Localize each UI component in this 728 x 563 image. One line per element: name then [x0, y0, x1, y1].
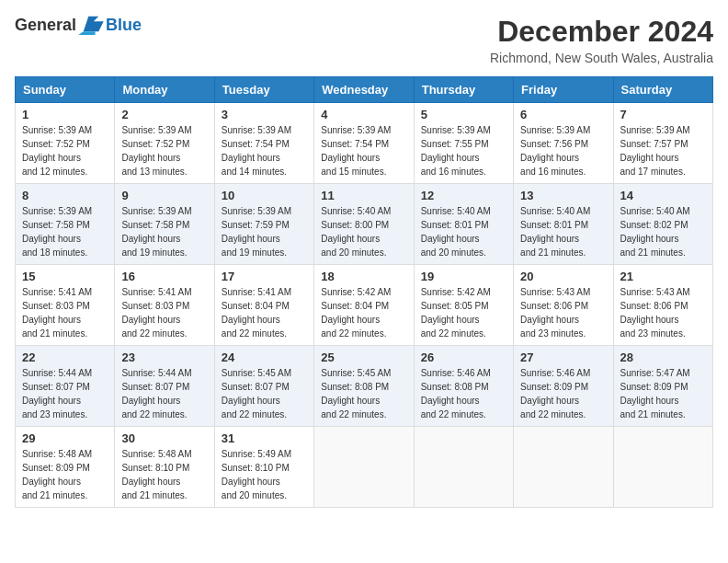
calendar-day-cell: 5 Sunrise: 5:39 AM Sunset: 7:55 PM Dayli… [414, 103, 513, 184]
calendar-day-cell: 28 Sunrise: 5:47 AM Sunset: 8:09 PM Dayl… [613, 346, 712, 427]
calendar-day-cell: 3 Sunrise: 5:39 AM Sunset: 7:54 PM Dayli… [214, 103, 313, 184]
calendar-day-cell [613, 427, 712, 508]
calendar-week-row: 1 Sunrise: 5:39 AM Sunset: 7:52 PM Dayli… [16, 103, 713, 184]
day-info: Sunrise: 5:49 AM Sunset: 8:10 PM Dayligh… [222, 447, 307, 502]
day-info: Sunrise: 5:41 AM Sunset: 8:04 PM Dayligh… [222, 285, 307, 340]
day-info: Sunrise: 5:44 AM Sunset: 8:07 PM Dayligh… [121, 366, 207, 421]
calendar-day-header: Friday [514, 77, 613, 103]
calendar-day-cell: 9 Sunrise: 5:39 AM Sunset: 7:58 PM Dayli… [115, 184, 214, 265]
calendar-day-header: Sunday [16, 77, 115, 103]
calendar-day-header: Saturday [613, 77, 712, 103]
calendar-day-cell: 30 Sunrise: 5:48 AM Sunset: 8:10 PM Dayl… [115, 427, 214, 508]
calendar-day-cell: 6 Sunrise: 5:39 AM Sunset: 7:56 PM Dayli… [514, 103, 613, 184]
day-number: 20 [520, 270, 606, 283]
day-number: 5 [421, 108, 506, 121]
day-info: Sunrise: 5:39 AM Sunset: 7:57 PM Dayligh… [620, 123, 706, 178]
day-info: Sunrise: 5:46 AM Sunset: 8:09 PM Dayligh… [520, 366, 606, 421]
logo: General Blue [15, 15, 142, 35]
day-info: Sunrise: 5:48 AM Sunset: 8:10 PM Dayligh… [121, 447, 207, 502]
calendar-day-cell: 7 Sunrise: 5:39 AM Sunset: 7:57 PM Dayli… [613, 103, 712, 184]
calendar-day-cell: 24 Sunrise: 5:45 AM Sunset: 8:07 PM Dayl… [214, 346, 313, 427]
calendar-day-cell: 23 Sunrise: 5:44 AM Sunset: 8:07 PM Dayl… [115, 346, 214, 427]
calendar-day-header: Thursday [414, 77, 513, 103]
day-number: 27 [520, 350, 606, 364]
day-info: Sunrise: 5:45 AM Sunset: 8:07 PM Dayligh… [222, 366, 307, 421]
day-info: Sunrise: 5:43 AM Sunset: 8:06 PM Dayligh… [620, 285, 706, 340]
calendar-day-cell: 25 Sunrise: 5:45 AM Sunset: 8:08 PM Dayl… [314, 346, 414, 427]
calendar-title: December 2024 [490, 15, 713, 49]
day-info: Sunrise: 5:39 AM Sunset: 7:54 PM Dayligh… [222, 123, 307, 178]
day-number: 3 [222, 108, 307, 121]
day-info: Sunrise: 5:42 AM Sunset: 8:04 PM Dayligh… [321, 285, 406, 340]
logo-general-text: General [15, 16, 76, 35]
day-number: 16 [121, 270, 207, 283]
calendar-day-cell: 10 Sunrise: 5:39 AM Sunset: 7:59 PM Dayl… [214, 184, 313, 265]
calendar-day-header: Monday [115, 77, 214, 103]
day-info: Sunrise: 5:47 AM Sunset: 8:09 PM Dayligh… [620, 366, 706, 421]
calendar-day-cell: 27 Sunrise: 5:46 AM Sunset: 8:09 PM Dayl… [514, 346, 613, 427]
title-section: December 2024 Richmond, New South Wales,… [490, 15, 713, 65]
calendar-subtitle: Richmond, New South Wales, Australia [490, 51, 713, 65]
calendar-day-cell: 26 Sunrise: 5:46 AM Sunset: 8:08 PM Dayl… [414, 346, 513, 427]
calendar-day-header: Tuesday [214, 77, 313, 103]
day-info: Sunrise: 5:43 AM Sunset: 8:06 PM Dayligh… [520, 285, 606, 340]
calendar-week-row: 8 Sunrise: 5:39 AM Sunset: 7:58 PM Dayli… [16, 184, 713, 265]
day-info: Sunrise: 5:39 AM Sunset: 7:58 PM Dayligh… [121, 204, 207, 259]
day-number: 30 [121, 431, 207, 445]
calendar-day-cell [514, 427, 613, 508]
day-info: Sunrise: 5:39 AM Sunset: 7:58 PM Dayligh… [22, 204, 108, 259]
calendar-day-cell: 16 Sunrise: 5:41 AM Sunset: 8:03 PM Dayl… [115, 265, 214, 346]
day-info: Sunrise: 5:39 AM Sunset: 7:52 PM Dayligh… [121, 123, 207, 178]
day-number: 6 [520, 108, 606, 121]
day-number: 31 [222, 431, 307, 445]
calendar-day-header: Wednesday [314, 77, 414, 103]
calendar-day-cell: 31 Sunrise: 5:49 AM Sunset: 8:10 PM Dayl… [214, 427, 313, 508]
day-info: Sunrise: 5:45 AM Sunset: 8:08 PM Dayligh… [321, 366, 406, 421]
day-number: 28 [620, 350, 706, 364]
day-number: 12 [421, 189, 506, 202]
day-number: 29 [22, 431, 108, 445]
day-number: 1 [22, 108, 108, 121]
calendar-week-row: 22 Sunrise: 5:44 AM Sunset: 8:07 PM Dayl… [16, 346, 713, 427]
calendar-week-row: 29 Sunrise: 5:48 AM Sunset: 8:09 PM Dayl… [16, 427, 713, 508]
logo-blue-text: Blue [106, 16, 142, 35]
day-number: 23 [121, 350, 207, 364]
day-info: Sunrise: 5:40 AM Sunset: 8:00 PM Dayligh… [321, 204, 406, 259]
day-number: 25 [321, 350, 406, 364]
calendar-day-cell: 11 Sunrise: 5:40 AM Sunset: 8:00 PM Dayl… [314, 184, 414, 265]
day-number: 15 [22, 270, 108, 283]
svg-marker-0 [84, 17, 104, 32]
calendar-day-cell: 12 Sunrise: 5:40 AM Sunset: 8:01 PM Dayl… [414, 184, 513, 265]
day-info: Sunrise: 5:40 AM Sunset: 8:02 PM Dayligh… [620, 204, 706, 259]
day-info: Sunrise: 5:46 AM Sunset: 8:08 PM Dayligh… [421, 366, 506, 421]
calendar-week-row: 15 Sunrise: 5:41 AM Sunset: 8:03 PM Dayl… [16, 265, 713, 346]
calendar-day-cell: 13 Sunrise: 5:40 AM Sunset: 8:01 PM Dayl… [514, 184, 613, 265]
day-number: 13 [520, 189, 606, 202]
day-info: Sunrise: 5:40 AM Sunset: 8:01 PM Dayligh… [421, 204, 506, 259]
day-number: 4 [321, 108, 406, 121]
calendar-table: SundayMondayTuesdayWednesdayThursdayFrid… [15, 76, 713, 508]
day-info: Sunrise: 5:39 AM Sunset: 7:52 PM Dayligh… [22, 123, 108, 178]
day-info: Sunrise: 5:41 AM Sunset: 8:03 PM Dayligh… [121, 285, 207, 340]
day-number: 11 [321, 189, 406, 202]
calendar-day-cell: 4 Sunrise: 5:39 AM Sunset: 7:54 PM Dayli… [314, 103, 414, 184]
day-info: Sunrise: 5:44 AM Sunset: 8:07 PM Dayligh… [22, 366, 108, 421]
calendar-day-cell: 15 Sunrise: 5:41 AM Sunset: 8:03 PM Dayl… [16, 265, 115, 346]
day-number: 9 [121, 189, 207, 202]
calendar-day-cell: 8 Sunrise: 5:39 AM Sunset: 7:58 PM Dayli… [16, 184, 115, 265]
day-number: 26 [421, 350, 506, 364]
day-number: 7 [620, 108, 706, 121]
day-number: 17 [222, 270, 307, 283]
calendar-day-cell: 21 Sunrise: 5:43 AM Sunset: 8:06 PM Dayl… [613, 265, 712, 346]
calendar-day-cell [414, 427, 513, 508]
day-number: 14 [620, 189, 706, 202]
logo-icon [78, 15, 104, 35]
day-info: Sunrise: 5:42 AM Sunset: 8:05 PM Dayligh… [421, 285, 506, 340]
day-number: 18 [321, 270, 406, 283]
calendar-day-cell: 14 Sunrise: 5:40 AM Sunset: 8:02 PM Dayl… [613, 184, 712, 265]
day-number: 10 [222, 189, 307, 202]
calendar-day-cell: 2 Sunrise: 5:39 AM Sunset: 7:52 PM Dayli… [115, 103, 214, 184]
day-number: 8 [22, 189, 108, 202]
day-number: 19 [421, 270, 506, 283]
calendar-header-row: SundayMondayTuesdayWednesdayThursdayFrid… [16, 77, 713, 103]
